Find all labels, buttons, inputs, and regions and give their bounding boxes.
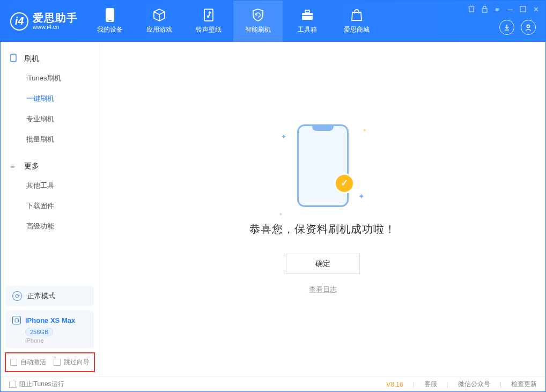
toolbox-icon [300,8,314,22]
bag-icon [350,8,364,22]
result-title: 恭喜您，保资料刷机成功啦！ [249,222,396,236]
svg-rect-8 [520,6,526,12]
device-type-label: iPhone [25,337,87,344]
svg-rect-4 [302,13,313,20]
sidebar-head-flash: 刷机 [1,49,99,68]
svg-rect-5 [305,10,309,13]
mode-icon: ⟳ [12,291,22,301]
check-icon: ✓ [334,173,355,194]
close-icon[interactable]: ✕ [532,5,540,13]
device-icon [103,8,117,22]
sidebar-item-other-tools[interactable]: 其他工具 [1,175,99,196]
link-support[interactable]: 客服 [424,380,437,389]
tab-flash[interactable]: 智能刷机 [233,1,283,42]
status-bar: 阻止iTunes运行 V8.16 | 客服 | 微信公众号 | 检查更新 [1,376,545,391]
svg-rect-10 [11,54,16,62]
tab-toolbox[interactable]: 工具箱 [283,1,332,42]
tab-store[interactable]: 爱思商城 [332,1,381,42]
cube-icon [152,8,166,22]
music-icon [202,8,216,22]
refresh-shield-icon [251,8,265,22]
sidebar-item-advanced[interactable]: 高级功能 [1,216,99,236]
user-button[interactable] [521,20,536,35]
device-card[interactable]: ▢ iPhone XS Max 256GB iPhone [6,310,94,348]
main-area: 刷机 iTunes刷机 一键刷机 专业刷机 批量刷机 ≡ 更多 其他工具 下载固… [1,42,545,376]
sidebar-item-download-firmware[interactable]: 下载固件 [1,196,99,216]
device-name-label: iPhone XS Max [25,316,75,324]
header-action-buttons [499,20,536,35]
sidebar-item-pro-flash[interactable]: 专业刷机 [1,109,99,129]
svg-rect-7 [482,9,487,12]
svg-rect-0 [106,8,114,22]
svg-rect-2 [204,9,213,21]
app-title: 爱思助手 [33,12,78,24]
window-controls: ≡ ─ ✕ [467,5,540,13]
list-icon: ≡ [10,162,19,171]
svg-rect-1 [108,20,112,21]
svg-point-9 [527,25,529,27]
app-subtitle: www.i4.cn [33,24,78,30]
sidebar: 刷机 iTunes刷机 一键刷机 专业刷机 批量刷机 ≡ 更多 其他工具 下载固… [1,42,100,376]
minimize-icon[interactable]: ─ [506,5,514,13]
success-illustration: ✓ [297,124,349,207]
checkbox-block-itunes[interactable]: 阻止iTunes运行 [9,380,64,389]
tab-ringtones[interactable]: 铃声壁纸 [184,1,233,42]
checkbox-auto-activate[interactable]: 自动激活 [10,358,46,367]
app-header: i4 爱思助手 www.i4.cn 我的设备 应用游戏 铃声壁纸 智能刷机 工具… [1,1,545,42]
link-check-update[interactable]: 检查更新 [511,380,537,389]
view-log-link[interactable]: 查看日志 [309,285,337,294]
sidebar-item-batch-flash[interactable]: 批量刷机 [1,129,99,150]
logo: i4 爱思助手 www.i4.cn [1,1,85,42]
sidebar-item-oneclick-flash[interactable]: 一键刷机 [1,88,99,109]
maximize-icon[interactable] [519,5,527,13]
phone-icon [10,54,19,64]
mode-indicator[interactable]: ⟳ 正常模式 [6,286,94,306]
checkbox-skip-guide[interactable]: 跳过向导 [54,358,90,367]
svg-rect-6 [302,15,313,16]
sidebar-head-more: ≡ 更多 [1,157,99,175]
version-label: V8.16 [386,381,403,388]
tab-my-device[interactable]: 我的设备 [85,1,135,42]
svg-point-3 [207,16,210,18]
main-tabs: 我的设备 应用游戏 铃声壁纸 智能刷机 工具箱 爱思商城 [85,1,381,42]
content-area: ✓ ✦✦✦✦ 恭喜您，保资料刷机成功啦！ 确定 查看日志 [100,42,545,376]
device-capacity-badge: 256GB [25,328,53,336]
ok-button[interactable]: 确定 [286,254,360,274]
sidebar-item-itunes-flash[interactable]: iTunes刷机 [1,68,99,88]
download-button[interactable] [499,20,514,35]
device-small-icon: ▢ [12,316,21,324]
tab-apps[interactable]: 应用游戏 [135,1,184,42]
highlighted-options: 自动激活 跳过向导 [5,352,95,372]
shirt-icon[interactable] [467,5,476,13]
link-wechat[interactable]: 微信公众号 [458,380,490,389]
logo-icon: i4 [10,12,28,31]
lock-icon[interactable] [480,5,489,13]
menu-icon[interactable]: ≡ [493,5,501,13]
